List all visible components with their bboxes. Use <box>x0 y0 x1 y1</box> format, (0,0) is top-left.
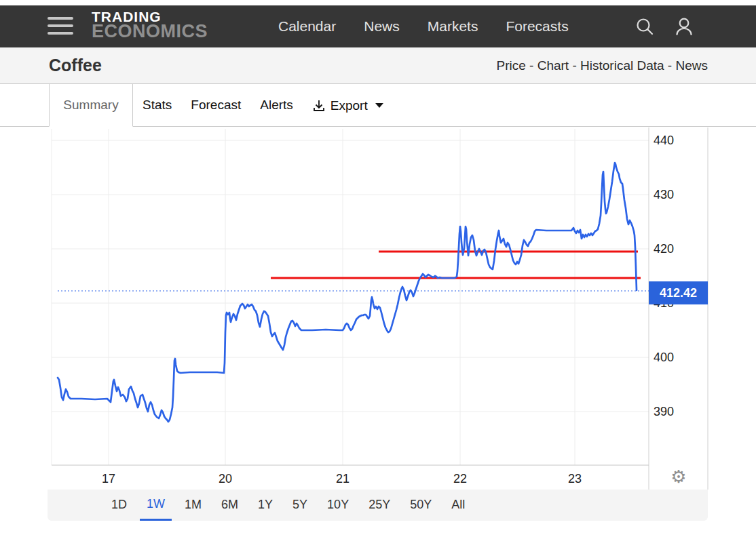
link-price[interactable]: Price <box>497 58 526 73</box>
price-line <box>58 163 637 422</box>
chart-settings-gear-icon[interactable]: ⚙ <box>668 466 689 487</box>
breadcrumb: Price - Chart - Historical Data - News <box>497 47 708 83</box>
x-axis-label: 17 <box>92 472 126 486</box>
nav-link-markets[interactable]: Markets <box>428 18 478 35</box>
download-icon <box>312 99 326 113</box>
tab-summary[interactable]: Summary <box>49 84 133 127</box>
tab-stats[interactable]: Stats <box>133 84 181 127</box>
x-axis-label: 21 <box>326 472 360 486</box>
tab-forecast[interactable]: Forecast <box>181 84 250 127</box>
x-axis-label: 20 <box>208 472 242 486</box>
x-axis-label: 23 <box>558 472 592 486</box>
range-1m[interactable]: 1M <box>178 490 208 521</box>
y-axis-label: 390 <box>654 405 694 419</box>
nav-links: Calendar News Markets Forecasts <box>278 5 569 47</box>
export-button[interactable]: Export <box>303 84 393 127</box>
nav-link-forecasts[interactable]: Forecasts <box>506 18 568 35</box>
range-1y[interactable]: 1Y <box>251 490 280 521</box>
x-axis-label: 22 <box>443 472 477 486</box>
top-navbar: TRADING ECONOMICS Calendar News Markets … <box>0 5 756 47</box>
range-all[interactable]: All <box>445 490 472 521</box>
range-1d[interactable]: 1D <box>105 490 134 521</box>
separator: - <box>664 58 676 73</box>
y-axis-label: 440 <box>654 134 694 148</box>
gridline <box>0 127 52 490</box>
logo-line2: ECONOMICS <box>92 22 208 41</box>
tab-bar: Summary Stats Forecast Alerts Export <box>0 84 756 127</box>
instrument-header: Coffee Price - Chart - Historical Data -… <box>0 47 756 84</box>
time-range-bar: 1D 1W 1M 6M 1Y 5Y 10Y 25Y 50Y All <box>48 490 708 521</box>
range-1w[interactable]: 1W <box>140 490 172 521</box>
link-historical-data[interactable]: Historical Data <box>580 58 664 73</box>
search-icon[interactable] <box>635 17 654 36</box>
tab-alerts[interactable]: Alerts <box>250 84 303 127</box>
page-title: Coffee <box>49 47 102 83</box>
page: TRADING ECONOMICS Calendar News Markets … <box>0 0 756 556</box>
price-chart[interactable]: 412.42 ⚙ 4404304204104003901720212223 <box>0 127 756 490</box>
nav-link-news[interactable]: News <box>364 18 400 35</box>
export-label: Export <box>330 85 368 127</box>
chart-canvas <box>0 127 756 490</box>
range-5y[interactable]: 5Y <box>286 490 314 521</box>
y-axis-label: 420 <box>654 242 694 256</box>
range-10y[interactable]: 10Y <box>320 490 356 521</box>
current-price-badge: 412.42 <box>649 281 708 304</box>
separator: - <box>526 58 537 73</box>
y-axis-label: 400 <box>654 351 694 365</box>
range-25y[interactable]: 25Y <box>362 490 397 521</box>
link-chart[interactable]: Chart <box>537 58 569 73</box>
range-50y[interactable]: 50Y <box>403 490 438 521</box>
user-icon[interactable] <box>675 17 694 36</box>
range-6m[interactable]: 6M <box>214 490 245 521</box>
nav-link-calendar[interactable]: Calendar <box>278 18 336 35</box>
separator: - <box>569 58 580 73</box>
menu-icon[interactable] <box>48 17 73 36</box>
chevron-down-icon <box>375 103 383 108</box>
logo[interactable]: TRADING ECONOMICS <box>92 9 208 41</box>
y-axis-label: 430 <box>654 188 694 202</box>
link-news[interactable]: News <box>675 58 708 73</box>
